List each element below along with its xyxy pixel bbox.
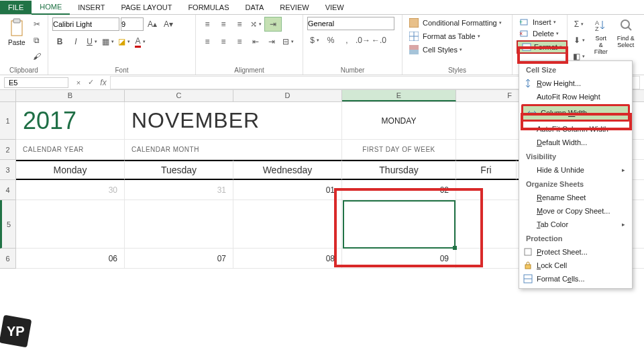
font-name-select[interactable]: [52, 17, 119, 31]
cell-b5[interactable]: [16, 200, 125, 249]
name-box[interactable]: [4, 77, 68, 88]
border-button[interactable]: ▦▾: [101, 34, 115, 49]
orientation-icon[interactable]: ⤭▾: [248, 17, 263, 32]
menu-default-width[interactable]: Default Width...Default Width...: [519, 136, 632, 149]
menu-section-cellsize: Cell Size: [519, 62, 632, 77]
dayhdr-wed[interactable]: Wednesday: [233, 160, 342, 180]
cell-firstday[interactable]: MONDAY: [342, 102, 456, 139]
tab-home[interactable]: HOME: [32, 0, 70, 15]
menu-move-copy-sheet[interactable]: Move or Copy Sheet...Move or Copy Sheet.…: [519, 204, 632, 218]
row-header-2[interactable]: 2: [0, 140, 15, 160]
cut-icon[interactable]: ✂: [30, 17, 44, 32]
menu-protect-sheet[interactable]: Protect Sheet...Protect Sheet...: [519, 245, 632, 259]
clipboard-icon: [9, 18, 25, 37]
sort-filter-label: Sort & Filter: [593, 35, 609, 55]
italic-button[interactable]: I: [68, 34, 83, 49]
font-size-select[interactable]: [121, 17, 144, 31]
fx-icon[interactable]: fx: [97, 76, 110, 89]
dayhdr-fri[interactable]: Fri: [456, 160, 517, 180]
dayhdr-mon[interactable]: Monday: [16, 160, 125, 180]
dayhdr-tue[interactable]: Tuesday: [125, 160, 233, 180]
format-painter-icon[interactable]: 🖌: [30, 49, 44, 64]
decrease-decimal-icon[interactable]: ←.0: [372, 33, 386, 48]
autosum-icon[interactable]: Σ▾: [572, 17, 586, 32]
row-header-4[interactable]: 4: [0, 180, 15, 200]
insert-cells-button[interactable]: + Insert▾: [517, 17, 559, 28]
align-middle-icon[interactable]: ≡: [216, 17, 231, 32]
cell-monthlabel[interactable]: CALENDAR MONTH: [125, 140, 342, 159]
decrease-font-icon[interactable]: A▾: [161, 17, 176, 32]
enter-formula-icon[interactable]: ✓: [85, 78, 97, 87]
tab-review[interactable]: REVIEW: [272, 1, 317, 14]
dayhdr-thu[interactable]: Thursday: [342, 160, 456, 180]
comma-format-icon[interactable]: ,: [339, 33, 354, 48]
cancel-formula-icon[interactable]: ×: [72, 79, 85, 87]
paste-button[interactable]: Paste: [4, 17, 30, 48]
cell-b6[interactable]: 06: [16, 249, 125, 269]
tab-view[interactable]: VIEW: [317, 1, 352, 14]
align-top-icon[interactable]: ≡: [200, 17, 215, 32]
align-bottom-icon[interactable]: ≡: [232, 17, 247, 32]
accounting-format-icon[interactable]: $▾: [307, 33, 322, 48]
cell-b4[interactable]: 30: [16, 180, 125, 200]
cell-month[interactable]: NOVEMBER: [125, 102, 342, 139]
conditional-formatting-button[interactable]: Conditional Formatting▾: [407, 17, 504, 29]
tab-pagelayout[interactable]: PAGE LAYOUT: [113, 1, 180, 14]
delete-cells-button[interactable]: × Delete▾: [517, 28, 561, 39]
menu-hide-unhide[interactable]: Hide & Unhide▸: [519, 163, 632, 177]
cell-c6[interactable]: 07: [125, 249, 233, 269]
cell-c5[interactable]: [125, 200, 233, 249]
cell-d5[interactable]: [233, 200, 342, 249]
align-left-icon[interactable]: ≡: [200, 34, 215, 49]
align-right-icon[interactable]: ≡: [232, 34, 247, 49]
svg-rect-7: [409, 50, 419, 54]
fill-color-button[interactable]: ◪▾: [117, 34, 131, 49]
sort-filter-button[interactable]: AZ Sort & Filter: [589, 17, 613, 56]
cell-year[interactable]: 2017: [16, 102, 125, 139]
increase-font-icon[interactable]: A▴: [145, 17, 160, 32]
format-as-table-button[interactable]: Format as Table▾: [407, 30, 483, 42]
cell-d6[interactable]: 08: [233, 249, 342, 269]
col-header-b[interactable]: B: [16, 90, 125, 101]
row-header-1[interactable]: 1: [0, 102, 15, 140]
row-header-3[interactable]: 3: [0, 160, 15, 180]
row-header-6[interactable]: 6: [0, 249, 15, 269]
underline-button[interactable]: U▾: [85, 34, 99, 49]
find-select-button[interactable]: Find & Select: [613, 17, 639, 50]
svg-text:×: ×: [519, 30, 523, 37]
cell-yearlabel[interactable]: CALENDAR YEAR: [16, 140, 125, 159]
group-font-label: Font: [52, 65, 191, 74]
tab-insert[interactable]: INSERT: [70, 1, 113, 14]
menu-lock-cell[interactable]: Lock CellLock Cell: [519, 259, 632, 272]
menu-row-height[interactable]: Row Row Height...Height...: [519, 77, 632, 90]
cell-d4[interactable]: 01: [233, 180, 342, 200]
cell-c4[interactable]: 31: [125, 180, 233, 200]
bold-button[interactable]: B: [52, 34, 67, 49]
fill-icon[interactable]: ⬇▾: [572, 33, 586, 48]
annotation-red-box-selection: [334, 188, 483, 267]
menu-autofit-row-height[interactable]: AutoFit Row Height: [519, 90, 632, 103]
cell-fdlabel[interactable]: FIRST DAY OF WEEK: [342, 140, 456, 159]
tab-data[interactable]: DATA: [237, 1, 272, 14]
col-header-c[interactable]: C: [125, 90, 233, 101]
cell-styles-button[interactable]: Cell Styles▾: [407, 44, 465, 56]
increase-decimal-icon[interactable]: .0→: [356, 33, 370, 48]
row-header-5[interactable]: 5: [0, 200, 15, 249]
col-header-d[interactable]: D: [233, 90, 342, 101]
menu-tab-color[interactable]: Tab Color▸Tab Color: [519, 218, 632, 231]
tab-formulas[interactable]: FORMULAS: [180, 1, 237, 14]
font-color-button[interactable]: A▾: [133, 34, 148, 49]
menu-rename-sheet[interactable]: Rename SheetRename Sheet: [519, 191, 632, 204]
tab-file[interactable]: FILE: [0, 1, 32, 14]
percent-format-icon[interactable]: %: [323, 33, 338, 48]
menu-format-cells[interactable]: Format Cells...Format Cells...: [519, 272, 632, 285]
col-header-e[interactable]: E: [342, 90, 456, 101]
select-all-corner[interactable]: [0, 90, 16, 101]
copy-icon[interactable]: ⧉: [30, 33, 44, 48]
increase-indent-icon[interactable]: ⇥: [264, 34, 279, 49]
merge-center-icon[interactable]: ⊟▾: [280, 34, 295, 49]
align-center-icon[interactable]: ≡: [216, 34, 231, 49]
wrap-text-icon[interactable]: ⇥: [264, 17, 282, 32]
decrease-indent-icon[interactable]: ⇤: [248, 34, 263, 49]
number-format-select[interactable]: [307, 17, 394, 30]
